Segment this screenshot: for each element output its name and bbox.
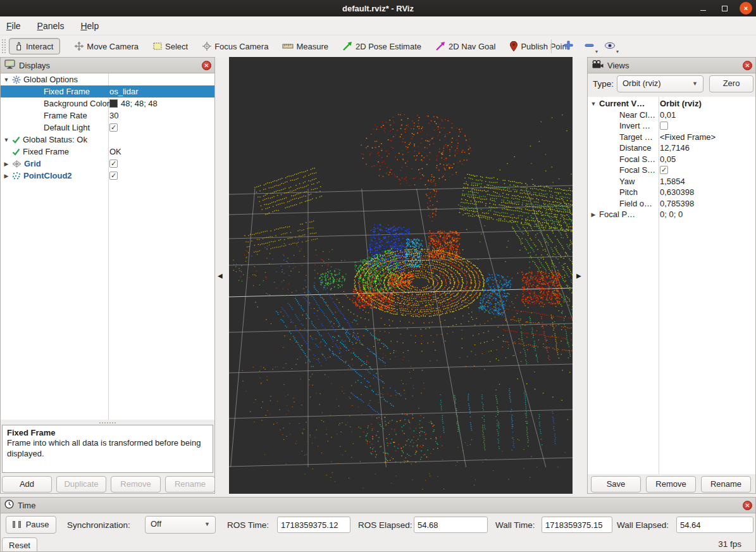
checkbox[interactable] <box>660 122 668 130</box>
tree-expand-right-icon[interactable]: ▶ <box>3 173 9 179</box>
tool-2d-nav-goal[interactable]: 2D Nav Goal <box>435 41 495 51</box>
tree-expand-right-icon[interactable]: ▶ <box>3 161 9 167</box>
maximize-button[interactable] <box>718 2 731 15</box>
tool-interact[interactable]: Interact <box>9 38 60 54</box>
tree-row-focal-p-[interactable]: ▶Focal P…0; 0; 0 <box>588 209 755 220</box>
time-field-wall-elapsed-[interactable] <box>676 517 753 533</box>
tree-expand-down-icon[interactable]: ▼ <box>3 77 9 83</box>
close-button[interactable]: × <box>740 2 752 15</box>
tree-row-background-color[interactable]: Background Color48; 48; 48 <box>1 97 214 110</box>
sync-combo[interactable]: Off ▼ <box>145 516 216 534</box>
toolbar-eye-button[interactable]: ▾ <box>601 39 619 54</box>
displays-close-icon[interactable]: ✕ <box>202 61 211 70</box>
save-button[interactable]: Save <box>591 476 641 492</box>
pause-button[interactable]: Pause <box>6 516 56 534</box>
displays-splitter-handle[interactable] <box>99 420 116 425</box>
color-swatch <box>109 99 118 108</box>
minimize-button[interactable] <box>697 2 709 15</box>
collapse-left-icon[interactable]: ◀ <box>218 272 223 279</box>
move-camera-icon <box>74 41 84 51</box>
right-splitter[interactable]: ▶ <box>573 57 587 494</box>
tree-row-focal-s-[interactable]: Focal S…✓ <box>588 165 755 176</box>
views-panel-header[interactable]: Views ✕ <box>588 58 755 73</box>
tree-row-near-cl-[interactable]: Near Cl…0,01 <box>588 110 755 121</box>
rename-button[interactable]: Rename <box>701 476 751 492</box>
toolbar-drag-handle[interactable] <box>1 39 6 54</box>
time-field-ros-time-[interactable] <box>277 517 350 533</box>
tree-row-pitch[interactable]: Pitch0,630398 <box>588 187 755 198</box>
interact-icon <box>13 41 23 51</box>
render-viewport-3d[interactable] <box>229 57 573 494</box>
checkbox-checked[interactable]: ✓ <box>109 172 118 180</box>
tree-expand-right-icon[interactable]: ▶ <box>590 211 597 218</box>
duplicate-button: Duplicate <box>56 476 106 492</box>
tree-row-label: Global Options <box>23 75 78 84</box>
tree-row-label-cell: ▼Global Status: Ok <box>3 135 87 144</box>
views-close-icon[interactable]: ✕ <box>743 61 752 70</box>
tree-row-current-v-[interactable]: ▼Current V…Orbit (rviz) <box>588 98 755 110</box>
menu-item-help[interactable]: Help <box>80 21 99 31</box>
menu-item-panels[interactable]: Panels <box>37 21 65 31</box>
remove-button[interactable]: Remove <box>646 476 696 492</box>
tree-row-value: 12,7146 <box>660 143 690 153</box>
checkbox-checked[interactable]: ✓ <box>109 123 118 132</box>
tree-row-target-[interactable]: Target …<Fixed Frame> <box>588 132 755 143</box>
menu-item-file[interactable]: File <box>6 21 21 31</box>
tree-row-frame-rate[interactable]: Frame Rate30 <box>1 110 214 122</box>
tree-row-label-cell: Background Color <box>23 99 109 108</box>
time-field-label: Wall Elapsed: <box>617 520 669 530</box>
toolbar-zoom-out-button[interactable]: ▾ <box>580 39 598 54</box>
tree-row-field-o-[interactable]: Field o…0,785398 <box>588 198 755 210</box>
tree-row-value: 0; 0; 0 <box>660 210 683 219</box>
add-button[interactable]: Add <box>2 476 52 492</box>
tree-row-label: Default Light <box>44 123 90 132</box>
view-type-combo[interactable]: Orbit (rviz) ▼ <box>617 75 703 92</box>
tree-expand-down-icon[interactable]: ▼ <box>590 101 597 107</box>
time-field-label: ROS Elapsed: <box>358 520 412 530</box>
tree-row-global-options[interactable]: ▼Global Options <box>1 73 214 85</box>
tool-focus-camera[interactable]: Focus Camera <box>202 41 268 51</box>
grid-icon <box>12 160 22 168</box>
time-field-wall-time-[interactable] <box>542 517 612 533</box>
reset-button[interactable]: Reset <box>2 537 37 552</box>
collapse-right-icon[interactable]: ▶ <box>576 272 581 279</box>
tool-label: 2D Pose Estimate <box>356 42 421 51</box>
checkbox-checked[interactable]: ✓ <box>660 166 668 174</box>
tree-row-label-cell: Yaw <box>610 177 635 186</box>
time-panel-header[interactable]: Time ✕ <box>1 498 755 513</box>
tree-row-value <box>660 122 668 130</box>
tree-row-label-cell: Pitch <box>610 187 638 197</box>
tree-row-yaw[interactable]: Yaw1,5854 <box>588 176 755 187</box>
zoom-in-icon <box>563 40 574 53</box>
toolbar-zoom-in-button[interactable] <box>559 39 577 54</box>
tool-2d-pose-estimate[interactable]: 2D Pose Estimate <box>342 41 421 51</box>
tree-row-focal-s-[interactable]: Focal S…0,05 <box>588 154 755 165</box>
pause-icon <box>18 521 21 528</box>
time-field-ros-elapsed-[interactable] <box>414 517 488 533</box>
checkbox-checked[interactable]: ✓ <box>109 160 118 168</box>
tree-row-pointcloud2[interactable]: ▶PointCloud2✓ <box>1 170 214 182</box>
tool-select[interactable]: Select <box>152 41 188 51</box>
tree-expand-down-icon[interactable]: ▼ <box>3 137 9 143</box>
tree-row-label-cell: Field o… <box>610 199 652 208</box>
tree-row-invert-[interactable]: Invert … <box>588 120 755 132</box>
tree-row-grid[interactable]: ▶Grid✓ <box>1 158 214 170</box>
tree-row-global-status-ok[interactable]: ▼Global Status: Ok <box>1 134 214 146</box>
tool-measure[interactable]: Measure <box>282 42 328 51</box>
chevron-down-icon: ▾ <box>616 49 619 54</box>
tree-row-value: ✓ <box>109 123 118 132</box>
tree-row-fixed-frame[interactable]: Fixed FrameOK <box>1 146 214 158</box>
displays-panel-header[interactable]: Displays ✕ <box>1 58 214 73</box>
tree-row-label: Invert … <box>619 121 650 130</box>
tree-row-default-light[interactable]: Default Light✓ <box>1 122 214 134</box>
zero-button[interactable]: Zero <box>709 75 753 92</box>
clock-icon <box>4 499 14 511</box>
tool-move-camera[interactable]: Move Camera <box>74 41 139 51</box>
tree-row-fixed-frame[interactable]: Fixed Frameos_lidar <box>1 85 214 97</box>
focus-camera-icon <box>202 41 212 51</box>
toolbar-separator <box>551 39 552 53</box>
tree-row-distance[interactable]: Distance12,7146 <box>588 142 755 154</box>
time-panel-title: Time <box>18 501 35 510</box>
time-close-icon[interactable]: ✕ <box>743 501 752 510</box>
left-splitter[interactable]: ◀ <box>215 57 229 494</box>
